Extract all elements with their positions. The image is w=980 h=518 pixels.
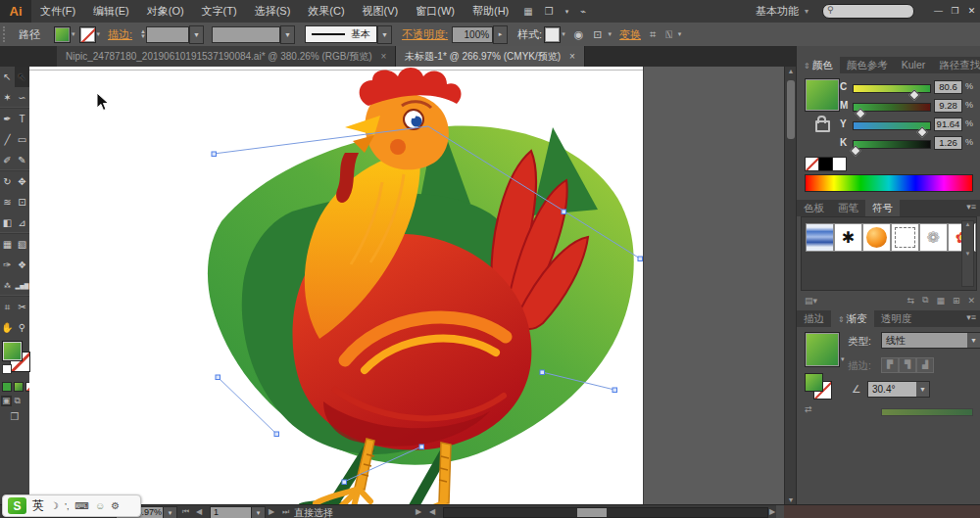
slider-knob[interactable] <box>917 126 928 137</box>
wreath-symbol[interactable]: ❁ <box>919 223 948 252</box>
stroke-color-swatch[interactable] <box>79 26 96 43</box>
brush-definition-select[interactable]: 基本 <box>305 25 377 43</box>
width-tool[interactable]: ≋ <box>0 192 15 212</box>
selection-tool[interactable]: ↖ <box>0 67 15 87</box>
slider-knob[interactable] <box>851 145 861 156</box>
rectangle-tool[interactable]: ▭ <box>15 129 29 150</box>
scroll-right-icon[interactable]: ▶ <box>416 507 421 516</box>
fill-color-swatch[interactable] <box>54 26 71 43</box>
cs-live-icon[interactable]: ⌁ <box>574 6 592 17</box>
break-link-icon[interactable]: ⧉ <box>922 295 928 306</box>
symbols-scrollbar[interactable]: ▲ ▼ <box>961 220 974 287</box>
menu-help[interactable]: 帮助(H) <box>464 0 517 23</box>
distribute-icon[interactable]: ⍂ <box>665 28 672 41</box>
menu-effect[interactable]: 效果(C) <box>299 0 353 23</box>
panel-grip[interactable] <box>3 26 10 42</box>
opacity-link[interactable]: 不透明度: <box>402 27 448 42</box>
gradient-fill-proxy[interactable] <box>805 373 823 392</box>
gradient-type-caret[interactable]: ▼ <box>967 333 980 348</box>
align-icon[interactable]: ⌗ <box>650 28 656 41</box>
menu-edit[interactable]: 编辑(E) <box>84 0 138 23</box>
gradient-preview-swatch[interactable] <box>805 332 840 367</box>
scroll-left-icon[interactable]: ◀ <box>429 507 435 516</box>
slice-tool[interactable]: ✂ <box>15 297 29 317</box>
workspace-switcher[interactable]: 基本功能 <box>756 4 799 19</box>
select-similar-icon[interactable]: ⊡ <box>593 28 602 41</box>
width-profile-caret[interactable]: ▼ <box>280 25 295 44</box>
cyan-value[interactable]: 80.6 <box>934 80 962 94</box>
tab-symbols[interactable]: 符号 <box>865 200 900 216</box>
gradient-swatch-caret[interactable]: ▾ <box>841 355 845 363</box>
workspace-caret-icon[interactable]: ▾ <box>805 7 808 16</box>
style-swatch[interactable] <box>544 26 561 43</box>
tab-color-guide[interactable]: 颜色参考 <box>840 57 895 73</box>
free-transform-tool[interactable]: ⊡ <box>15 192 29 212</box>
stroke-caret-icon[interactable]: ▾ <box>96 30 105 38</box>
zoom-caret[interactable]: ▾ <box>163 506 177 518</box>
symbol-sprayer-tool[interactable]: ⁂ <box>0 275 15 296</box>
fill-caret-icon[interactable]: ▾ <box>71 30 79 38</box>
keyboard-icon[interactable]: ⌨ <box>74 500 88 511</box>
gradient-tool[interactable]: ▧ <box>15 234 29 255</box>
magenta-slider[interactable] <box>853 103 931 112</box>
prev-artboard-icon[interactable]: ◀ <box>196 507 202 516</box>
mesh-tool[interactable]: ▦ <box>0 234 15 255</box>
default-fill-stroke-icon[interactable] <box>2 364 12 374</box>
menu-select[interactable]: 选择(S) <box>246 0 300 23</box>
tab-kuler[interactable]: Kuler <box>895 57 933 73</box>
tab-transparency[interactable]: 透明度 <box>874 310 919 327</box>
slider-knob[interactable] <box>908 89 919 100</box>
eyedropper-tool[interactable]: ✑ <box>0 255 15 275</box>
opacity-caret[interactable]: ▸ <box>493 25 508 44</box>
draw-behind-icon[interactable]: ⧉ <box>15 396 21 406</box>
zoom-tool[interactable]: ⚲ <box>15 317 29 338</box>
scroll-up-icon[interactable]: ▲ <box>965 221 971 227</box>
screen-mode-icon[interactable]: ❒ <box>0 411 29 422</box>
ime-language-mode[interactable]: 英 <box>32 497 44 514</box>
panel-menu-icon[interactable]: ▾≡ <box>966 310 980 327</box>
delete-symbol-icon[interactable]: ✕ <box>967 296 975 306</box>
tab-stroke[interactable]: 描边 <box>797 310 831 327</box>
menu-window[interactable]: 窗口(W) <box>407 0 464 23</box>
black-value[interactable]: 1.26 <box>934 136 962 150</box>
tab-brushes[interactable]: 画笔 <box>831 200 865 216</box>
tab-swatches[interactable]: 色板 <box>797 200 831 216</box>
perspective-grid-tool[interactable]: ⊿ <box>15 212 29 233</box>
punctuation-icon[interactable]: ’, <box>65 501 70 511</box>
menu-object[interactable]: 对象(O) <box>138 0 193 23</box>
menu-view[interactable]: 视图(V) <box>354 0 408 23</box>
tab-color[interactable]: ⇕颜色 <box>797 57 840 73</box>
line-segment-tool[interactable]: ╱ <box>0 129 15 150</box>
gradient-ramp[interactable] <box>881 408 973 416</box>
paintbrush-tool[interactable]: ✐ <box>0 150 15 170</box>
rotate-tool[interactable]: ↻ <box>0 171 15 192</box>
gradient-angle-caret[interactable]: ▼ <box>916 382 929 397</box>
scroll-down-icon[interactable]: ▼ <box>965 251 971 257</box>
frame-symbol[interactable] <box>891 223 919 252</box>
new-symbol-icon[interactable]: ⊞ <box>953 296 960 306</box>
black-swatch[interactable] <box>818 157 833 171</box>
select-similar-caret[interactable]: ▾ <box>608 30 616 38</box>
width-profile-select[interactable] <box>212 26 280 43</box>
transform-link[interactable]: 变换 <box>619 27 641 42</box>
lasso-tool[interactable]: ∽ <box>15 87 29 108</box>
slider-knob[interactable] <box>855 108 865 118</box>
sogou-logo[interactable]: S <box>8 497 26 514</box>
ink-splat-symbol[interactable]: ✱ <box>834 223 862 252</box>
style-caret-icon[interactable]: ▾ <box>561 30 569 38</box>
artboard-tool[interactable]: ⌗ <box>0 297 15 317</box>
direct-selection-tool[interactable]: ↖ <box>15 67 29 87</box>
pencil-tool[interactable]: ✎ <box>15 150 29 170</box>
gradient-type-select[interactable]: 线性 ▼ <box>881 332 980 349</box>
stroke-weight-caret[interactable]: ▼ <box>189 25 204 44</box>
minimize-button[interactable]: — <box>930 0 947 23</box>
scroll-right-icon[interactable]: ▶ <box>769 507 775 516</box>
shape-builder-tool[interactable]: ◧ <box>0 212 15 233</box>
black-slider[interactable] <box>853 140 931 149</box>
gradient-button[interactable] <box>14 382 24 392</box>
yellow-value[interactable]: 91.64 <box>934 118 962 131</box>
opacity-value[interactable]: 100% <box>452 26 493 43</box>
fill-swatch[interactable] <box>2 341 23 361</box>
bridge-icon[interactable]: ▦ <box>517 6 538 17</box>
color-spectrum-bar[interactable] <box>805 174 973 192</box>
